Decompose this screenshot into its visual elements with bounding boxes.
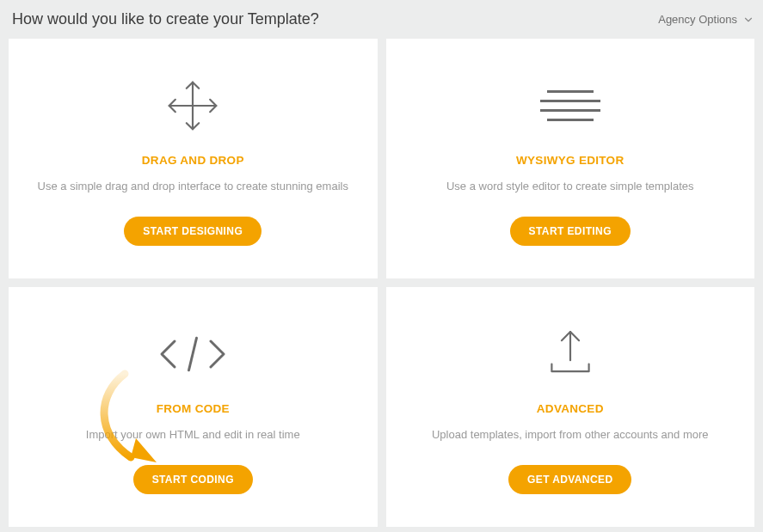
card-title: FROM CODE [157, 402, 230, 415]
card-title: ADVANCED [537, 402, 604, 415]
start-editing-button[interactable]: START EDITING [510, 217, 631, 246]
card-description: Use a word style editor to create simple… [446, 179, 694, 194]
page-header: How would you like to create your Templa… [0, 0, 763, 39]
upload-icon [539, 320, 601, 388]
card-title: DRAG AND DROP [142, 154, 244, 167]
annotation-arrow-icon [95, 370, 163, 473]
agency-options-dropdown[interactable]: Agency Options [658, 13, 754, 26]
move-arrows-icon [162, 71, 224, 140]
page-title: How would you like to create your Templa… [12, 10, 319, 28]
card-advanced: ADVANCED Upload templates, import from o… [386, 287, 755, 527]
template-option-grid: DRAG AND DROP Use a simple drag and drop… [0, 39, 763, 532]
start-designing-button[interactable]: START DESIGNING [124, 217, 262, 246]
card-from-code: FROM CODE Import your own HTML and edit … [9, 287, 378, 527]
chevron-down-icon [742, 14, 754, 26]
card-title: WYSIWYG EDITOR [516, 154, 624, 167]
start-coding-button[interactable]: START CODING [133, 465, 253, 494]
text-lines-icon [540, 71, 600, 140]
code-brackets-icon [154, 320, 231, 388]
agency-options-label: Agency Options [658, 13, 737, 26]
card-drag-and-drop: DRAG AND DROP Use a simple drag and drop… [9, 39, 378, 278]
card-description: Use a simple drag and drop interface to … [38, 179, 348, 194]
card-wysiwyg-editor: WYSIWYG EDITOR Use a word style editor t… [386, 39, 755, 278]
svg-line-2 [189, 338, 197, 370]
card-description: Upload templates, import from other acco… [432, 427, 709, 443]
card-description: Import your own HTML and edit in real ti… [86, 427, 300, 443]
get-advanced-button[interactable]: GET ADVANCED [508, 465, 631, 494]
